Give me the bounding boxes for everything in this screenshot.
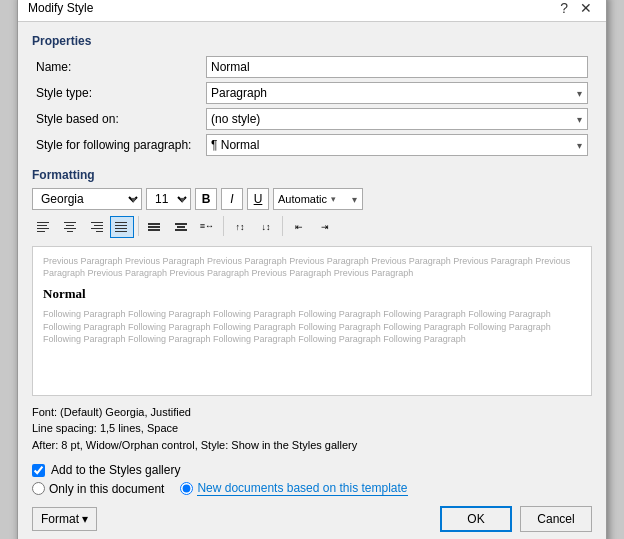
title-bar: Modify Style ? ✕ [18,0,606,22]
increase-indent-button[interactable]: ↑↕ [228,216,252,238]
font-select[interactable]: Georgia [32,188,142,210]
centered-distribute-button[interactable] [169,216,193,238]
increase-indent-icon: ↑↕ [236,222,245,232]
formatting-section-title: Formatting [32,168,592,182]
style-type-row: Style type: Paragraph [32,80,592,106]
close-button[interactable]: ✕ [576,1,596,15]
separator-2 [223,216,224,236]
size-select[interactable]: 11 [146,188,191,210]
ok-button[interactable]: OK [440,506,512,532]
style-type-cell: Paragraph [202,80,592,106]
help-button[interactable]: ? [556,1,572,15]
style-info-line2: Line spacing: 1,5 lines, Space [32,420,592,437]
indent-left-button[interactable]: ⇤ [287,216,311,238]
radio-only-document: Only in this document [32,482,164,496]
indent-left-icon: ⇤ [295,222,303,232]
following-select[interactable]: ¶ Normal [206,134,588,156]
following-row: Style for following paragraph: ¶ Normal [32,132,592,158]
template-scope-row: Only in this document New documents base… [32,481,592,496]
following-label: Style for following paragraph: [32,132,202,158]
new-documents-label: New documents based on this template [197,481,407,496]
style-based-cell: (no style) [202,106,592,132]
align-special-icon: ≡↔ [200,222,214,231]
align-center-button[interactable] [58,216,82,238]
separator-1 [138,216,139,236]
new-documents-radio[interactable] [180,482,193,495]
only-document-radio[interactable] [32,482,45,495]
decrease-indent-icon: ↓↕ [262,222,271,232]
name-row: Name: [32,54,592,80]
font-color-label: Automatic [278,193,327,205]
modify-style-dialog: Modify Style ? ✕ Properties Name: Style … [17,0,607,539]
add-to-gallery-checkbox[interactable] [32,464,45,477]
following-select-wrapper: ¶ Normal [206,134,588,156]
align-left-button[interactable] [32,216,56,238]
format-dropdown-button[interactable]: Format ▾ [32,507,97,531]
centered-distribute-icon [174,223,188,231]
indent-right-icon: ⇥ [321,222,329,232]
separator-3 [282,216,283,236]
footer-row: Format ▾ OK Cancel [32,506,592,532]
align-right-icon [89,222,103,233]
preview-next-paragraph: Following Paragraph Following Paragraph … [43,308,581,346]
align-left-icon [37,222,51,233]
style-based-row: Style based on: (no style) [32,106,592,132]
name-label: Name: [32,54,202,80]
align-justify-button[interactable] [110,216,134,238]
size-select-wrapper: 11 [146,188,191,210]
name-field-cell [202,54,592,80]
preview-current-style: Normal [43,286,581,302]
style-preview: Previous Paragraph Previous Paragraph Pr… [32,246,592,396]
align-justify-icon [115,222,129,233]
align-special-button[interactable]: ≡↔ [195,216,219,238]
name-input[interactable] [206,56,588,78]
style-based-select-wrapper: (no style) [206,108,588,130]
cancel-button[interactable]: Cancel [520,506,592,532]
dialog-body: Properties Name: Style type: Paragraph [18,22,606,539]
style-based-select[interactable]: (no style) [206,108,588,130]
style-based-label: Style based on: [32,106,202,132]
font-select-wrapper: Georgia [32,188,142,210]
distribute-button[interactable] [143,216,167,238]
distribute-icon [148,223,162,231]
title-bar-controls: ? ✕ [556,1,596,15]
preview-previous-paragraph: Previous Paragraph Previous Paragraph Pr… [43,255,581,280]
following-cell: ¶ Normal [202,132,592,158]
style-type-label: Style type: [32,80,202,106]
properties-table: Name: Style type: Paragraph Style based … [32,54,592,158]
radio-new-documents: New documents based on this template [180,481,407,496]
footer-buttons: OK Cancel [440,506,592,532]
add-to-gallery-label: Add to the Styles gallery [51,463,180,477]
indent-right-button[interactable]: ⇥ [313,216,337,238]
style-type-select-wrapper: Paragraph [206,82,588,104]
italic-button[interactable]: I [221,188,243,210]
align-center-icon [63,222,77,233]
style-info: Font: (Default) Georgia, Justified Line … [32,404,592,454]
style-type-select[interactable]: Paragraph [206,82,588,104]
decrease-indent-button[interactable]: ↓↕ [254,216,278,238]
color-chevron-icon: ▾ [331,194,336,204]
dialog-title: Modify Style [28,1,93,15]
only-document-label: Only in this document [49,482,164,496]
color-select-wrapper: Automatic ▾ [273,188,363,210]
style-info-line3: After: 8 pt, Widow/Orphan control, Style… [32,437,592,454]
bold-button[interactable]: B [195,188,217,210]
formatting-row: Georgia 11 B I U Automatic ▾ [32,188,592,210]
style-info-line1: Font: (Default) Georgia, Justified [32,404,592,421]
underline-button[interactable]: U [247,188,269,210]
add-to-gallery-row: Add to the Styles gallery [32,463,592,477]
align-right-button[interactable] [84,216,108,238]
properties-section-title: Properties [32,34,592,48]
alignment-row: ≡↔ ↑↕ ↓↕ ⇤ ⇥ [32,216,592,238]
formatting-section: Formatting Georgia 11 B I U Autom [32,168,592,238]
color-select[interactable]: Automatic ▾ [273,188,363,210]
